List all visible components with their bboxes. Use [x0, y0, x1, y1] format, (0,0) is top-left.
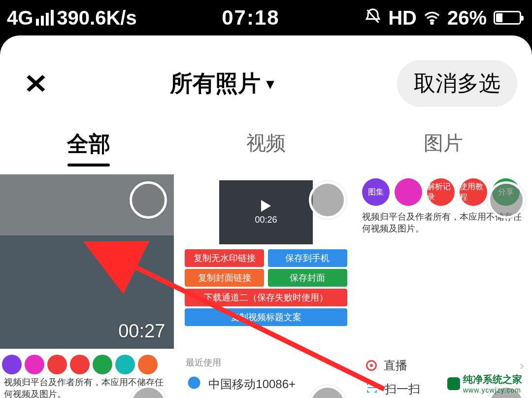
grid-item-1[interactable]: 00:27 — [0, 174, 174, 349]
album-dropdown[interactable]: 所有照片 ▾ — [170, 68, 274, 99]
status-right: HD 26% — [365, 7, 521, 29]
watermark-url: www.ycwjzy.com — [463, 386, 522, 394]
btn-copy-nowm: 复制无水印链接 — [185, 249, 264, 267]
signal-bars-icon — [36, 10, 54, 26]
chevron-down-icon: ▾ — [266, 75, 274, 92]
network-speed: 390.6K/s — [57, 7, 136, 29]
btn-save-phone: 保存到手机 — [268, 249, 347, 267]
media-grid: 00:27 00:26 复制无水印链接 保存到手机 复制封面链接 保存封面 下载… — [0, 174, 532, 349]
dot-2 — [395, 178, 422, 206]
live-label: 直播 — [384, 358, 407, 373]
play-icon — [261, 200, 271, 212]
grid-item-5[interactable]: 最近使用 中国移动10086+ — [179, 354, 353, 398]
carrier-logo-icon — [187, 375, 201, 393]
tab-image[interactable]: 图片 — [355, 130, 532, 159]
dot-gallery: 图集 — [362, 178, 390, 206]
wifi-icon — [424, 7, 440, 29]
btn-save-cover: 保存封面 — [268, 269, 347, 287]
live-dot-icon — [366, 360, 377, 371]
picker-header: ✕ 所有照片 ▾ 取消多选 — [0, 35, 532, 127]
btn-channel2: 下载通道二（保存失败时使用） — [185, 289, 347, 306]
hd-label: HD — [388, 7, 417, 29]
close-icon[interactable]: ✕ — [24, 70, 48, 97]
recent-label: 最近使用 — [179, 354, 353, 371]
network-type: 4G — [7, 7, 33, 29]
status-bar: 4G 390.6K/s 07:18 HD 26% — [0, 0, 532, 35]
video-duration: 00:27 — [118, 321, 165, 342]
status-left: 4G 390.6K/s — [7, 7, 137, 29]
grid-item-2[interactable]: 00:26 复制无水印链接 保存到手机 复制封面链接 保存封面 下载通道二（保存… — [179, 174, 353, 349]
mute-icon — [365, 7, 381, 29]
watermark-logo-icon — [447, 377, 460, 390]
svg-point-0 — [431, 22, 433, 24]
select-circle[interactable] — [488, 181, 525, 219]
mini-video-preview: 00:26 — [219, 180, 313, 244]
grid-item-4[interactable]: 视频归平台及作者所有，本应用不储存任何视频及图片。 — [0, 354, 174, 398]
cancel-multiselect-button[interactable]: 取消多选 — [397, 60, 517, 107]
battery-icon — [494, 11, 521, 25]
dot-tutorial: 使用教程 — [460, 178, 487, 206]
btn-copy-cover: 复制封面链接 — [185, 269, 264, 287]
tab-all[interactable]: 全部 — [0, 130, 177, 159]
grid-item-3[interactable]: 图集 解析记录 使用教程 分享 视频归平台及作者所有，本应用不储存任何视频及图片… — [358, 174, 532, 349]
svg-point-1 — [188, 377, 200, 389]
mini-duration: 00:26 — [255, 215, 277, 225]
chevron-right-icon: › — [520, 358, 524, 373]
tab-video[interactable]: 视频 — [177, 130, 355, 159]
clock: 07:18 — [222, 6, 279, 30]
btn-copy-title: 复制视频标题文案 — [185, 308, 347, 326]
battery-pct: 26% — [447, 7, 487, 29]
dot-history: 解析记录 — [427, 178, 455, 206]
dot-strip — [0, 354, 174, 375]
select-circle[interactable] — [130, 181, 167, 219]
album-title: 所有照片 — [170, 68, 261, 99]
scan-label: 扫一扫 — [385, 381, 420, 397]
picker-sheet: ✕ 所有照片 ▾ 取消多选 全部 视频 图片 00:27 00:26 复制无水印… — [0, 35, 532, 398]
watermark: 纯净系统之家 www.ycwjzy.com — [447, 373, 522, 394]
carrier-name: 中国移动10086+ — [208, 376, 296, 392]
filter-tabs: 全部 视频 图片 — [0, 127, 532, 169]
scan-icon — [366, 382, 378, 397]
watermark-name: 纯净系统之家 — [463, 374, 522, 385]
select-circle[interactable] — [309, 181, 346, 219]
